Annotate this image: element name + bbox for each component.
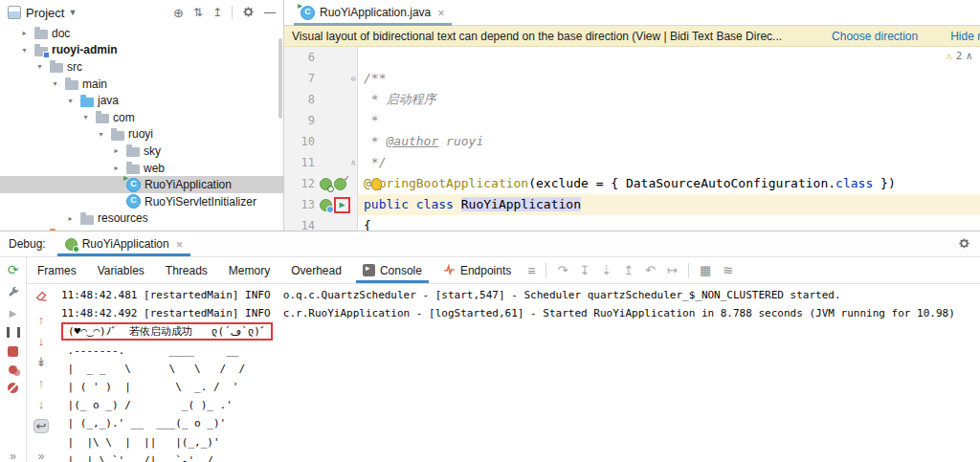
code-text[interactable]: */ [358, 152, 980, 173]
spring-bean-icon[interactable] [320, 199, 332, 211]
chevron-expanded-icon[interactable]: ▾ [64, 97, 77, 105]
tree-item-ruoyiservletinitializer[interactable]: RuoYiServletInitializer [0, 193, 283, 210]
code-text[interactable] [358, 47, 980, 68]
editor-body[interactable]: 67⊖/**8 * 启动程序9 *10 * @author ruoyi11∧ *… [284, 47, 980, 231]
prev-occurrence-icon[interactable]: ↑ [38, 377, 45, 389]
notification-action-hide-notification[interactable]: Hide notification [950, 30, 980, 43]
collapse-all-icon[interactable]: ↥ [212, 7, 222, 18]
settings-wrench-icon[interactable] [8, 285, 19, 300]
debug-tab-variables[interactable]: Variables [87, 257, 155, 283]
locate-icon[interactable]: ⊕ [173, 7, 184, 19]
console-output[interactable]: 11:48:42.481 [restartedMain] INFO o.q.c.… [56, 284, 980, 462]
tree-item-src[interactable]: ▾src [0, 58, 283, 76]
code-segment: @author [386, 134, 438, 148]
tree-item-ruoyi-admin[interactable]: ▾ruoyi-admin [0, 42, 283, 59]
step-over-icon[interactable]: ↷ [557, 264, 568, 276]
code-text[interactable]: /** [358, 68, 980, 89]
console-line: 11:48:42.492 [restartedMain] INFO c.r.Ru… [61, 304, 980, 322]
gutter: 10 [284, 131, 358, 152]
step-into-icon[interactable]: ↧ [579, 264, 590, 276]
code-text[interactable]: * @author ruoyi [358, 131, 980, 152]
settings-gear-icon[interactable] [242, 6, 255, 20]
debug-tab-endpoints[interactable]: Endpoints [433, 257, 522, 283]
run-arrow-red-box[interactable]: ▶ [334, 197, 350, 213]
expand-all-icon[interactable]: ⇅ [193, 7, 203, 18]
chevron-expanded-icon[interactable]: ▾ [18, 46, 31, 55]
chevron-expanded-icon[interactable]: ▾ [49, 79, 61, 88]
tree-item-ruoyiapplication[interactable]: RuoYiApplication [0, 176, 283, 193]
debug-tab-console[interactable]: Console [352, 257, 433, 283]
code-lines: 67⊖/**8 * 启动程序9 *10 * @author ruoyi11∧ *… [284, 47, 980, 231]
tree-item-java[interactable]: ▾java [0, 92, 283, 109]
inspections-widget[interactable]: ⚠ 2 ∧ [946, 50, 972, 62]
run-to-cursor-icon[interactable]: ↦ [667, 264, 678, 276]
evaluate-icon[interactable]: ▦ [700, 264, 711, 276]
rerun-icon[interactable]: ⟳ [8, 263, 19, 276]
chevron-collapsed-icon[interactable]: ▸ [18, 29, 31, 37]
debug-tab-threads[interactable]: Threads [155, 257, 218, 283]
tree-item-main[interactable]: ▾main [0, 76, 283, 93]
tree-item-label: src [67, 60, 86, 74]
tree-scrollbar-thumb[interactable] [278, 38, 282, 119]
spring-search-icon[interactable] [320, 178, 332, 190]
mute-breakpoints-icon[interactable] [8, 383, 18, 393]
scroll-to-end-icon[interactable]: ↡ [36, 356, 47, 368]
step-out-icon[interactable]: ↥ [623, 264, 634, 276]
fold-end-icon[interactable]: ∧ [351, 152, 356, 173]
debug-tab-memory[interactable]: Memory [218, 257, 280, 283]
view-breakpoints-icon[interactable] [9, 365, 17, 374]
settings-gear-icon[interactable] [958, 237, 970, 252]
chevron-collapsed-icon[interactable]: ▸ [64, 214, 77, 223]
fold-start-icon[interactable]: ⊖ [351, 68, 356, 89]
debug-tab-frames[interactable]: Frames [27, 257, 87, 283]
separator [232, 6, 233, 19]
class-run [126, 178, 141, 192]
more-icon[interactable]: » [38, 451, 45, 462]
drop-frame-icon[interactable]: ↶ [645, 264, 656, 276]
resume-icon[interactable]: ▶ [10, 309, 17, 319]
tree-item-doc[interactable]: ▸doc [0, 25, 283, 42]
more-icon[interactable]: » [10, 451, 16, 462]
close-tab-icon[interactable]: × [437, 6, 445, 20]
hide-panel-icon[interactable]: — [264, 7, 276, 18]
class [126, 194, 141, 209]
soft-wrap-icon[interactable]: ↩ [33, 419, 50, 433]
tree-item-target[interactable]: ▸target [0, 227, 283, 231]
pause-icon[interactable] [7, 327, 20, 338]
chevron-expanded-icon[interactable]: ▾ [79, 113, 92, 121]
code-text[interactable]: public class RuoYiApplication [358, 194, 980, 215]
run-arrow-icon[interactable]: ▶ [339, 194, 345, 215]
project-panel-title[interactable]: Project ▼ [26, 6, 77, 20]
tree-item-sky[interactable]: ▸sky [0, 143, 283, 160]
chevron-collapsed-icon[interactable]: ▸ [110, 146, 122, 155]
tree-item-web[interactable]: ▸web [0, 160, 283, 177]
spring-check-icon[interactable] [334, 178, 346, 190]
code-text[interactable]: { [358, 215, 980, 231]
tree-item-ruoyi[interactable]: ▾ruoyi [0, 126, 283, 143]
up-stack-trace-icon[interactable]: ↑ [38, 314, 45, 326]
force-step-into-icon[interactable]: ⇣ [601, 264, 612, 276]
code-text[interactable]: * [358, 110, 980, 131]
tree-item-resources[interactable]: ▸resources [0, 210, 283, 228]
debug-tab-overhead[interactable]: Overhead [280, 257, 352, 283]
code-text[interactable]: * 启动程序 [358, 89, 980, 110]
chevron-expanded-icon[interactable]: ▾ [95, 130, 107, 139]
stop-icon[interactable] [8, 346, 18, 357]
chevron-up-icon[interactable]: ∧ [966, 50, 972, 62]
down-stack-trace-icon[interactable]: ↓ [38, 335, 45, 347]
code-text[interactable]: @SpringBootApplication(exclude = { DataS… [358, 173, 980, 194]
next-occurrence-icon[interactable]: ↓ [38, 398, 45, 410]
tree-item-com[interactable]: ▾com [0, 109, 283, 126]
editor-tab-ruoyiapplication[interactable]: RuoYiApplication.java × [294, 0, 452, 25]
intention-bulb-icon[interactable] [371, 178, 382, 190]
layout-menu-icon[interactable]: ≡ [527, 264, 535, 277]
clear-console-icon[interactable] [35, 290, 48, 305]
trace-icon[interactable]: ≋ [723, 264, 733, 276]
debug-session-tab[interactable]: RuoYiApplication × [57, 231, 191, 256]
code-line-11: 11∧ */ [284, 152, 980, 173]
notification-action-choose-direction[interactable]: Choose direction [832, 30, 918, 43]
chevron-collapsed-icon[interactable]: ▸ [110, 164, 122, 172]
close-session-icon[interactable]: × [176, 237, 184, 252]
chevron-expanded-icon[interactable]: ▾ [33, 62, 46, 71]
code-segment: class [835, 176, 873, 190]
